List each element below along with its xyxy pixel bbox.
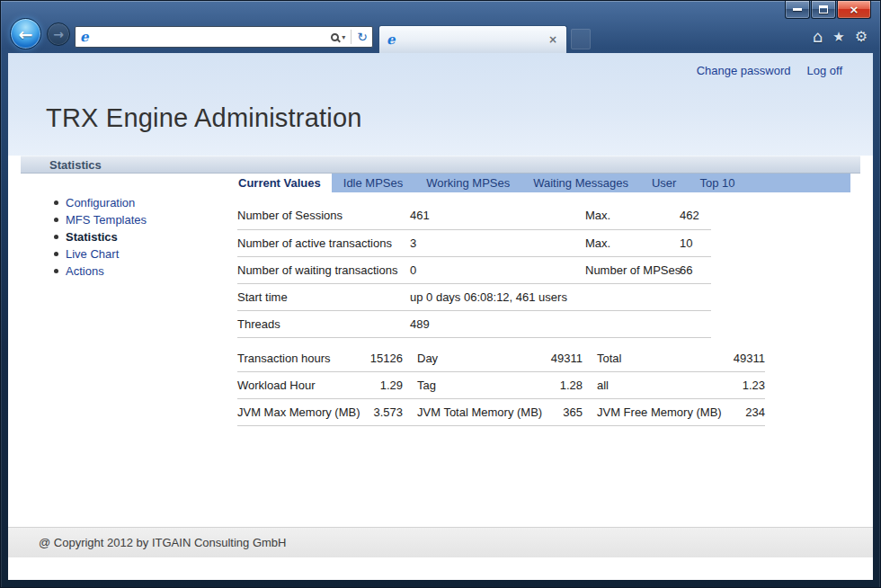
forward-arrow-icon: → (53, 27, 64, 41)
table-row: Threads 489 (237, 310, 711, 337)
stat-value: 3 (410, 229, 585, 256)
change-password-link[interactable]: Change password (697, 64, 791, 77)
main-panel: Current Values Idle MPSes Working MPSes … (227, 174, 873, 527)
stat-value: 66 (680, 256, 711, 283)
metric-value: 1.28 (547, 372, 583, 399)
tab-idle-mpses[interactable]: Idle MPSes (332, 174, 414, 192)
section-header: Statistics (21, 156, 860, 174)
copyright-text: @ Copyright 2012 by ITGAIN Consulting Gm… (39, 536, 286, 549)
stats-tabbar: Current Values Idle MPSes Working MPSes … (227, 174, 850, 192)
tab-waiting-messages[interactable]: Waiting Messages (521, 174, 640, 192)
table-row: Workload Hour 1.29 Tag 1.28 all 1.23 (237, 372, 765, 399)
tab-close-icon[interactable]: × (547, 33, 559, 46)
maximize-button[interactable] (811, 1, 836, 19)
stat-label (585, 283, 680, 310)
sidebar-item-configuration[interactable]: Configuration (53, 197, 227, 209)
metric-label: Transaction hours (237, 345, 347, 372)
tab-working-mpses[interactable]: Working MPSes (414, 174, 521, 192)
sidebar-item-label[interactable]: Actions (66, 264, 104, 278)
metric-value: 1.29 (347, 372, 403, 399)
chevron-down-icon[interactable]: ▾ (342, 33, 345, 41)
table-row: Transaction hours 15126 Day 49311 Total … (237, 345, 765, 372)
sessions-table: Number of Sessions 461 Max. 462 Number o… (237, 202, 711, 338)
new-tab-button[interactable] (571, 29, 591, 49)
content-area: Configuration MFS Templates Statistics L… (8, 174, 873, 527)
ie-page-icon: e (80, 31, 89, 44)
stat-value (680, 283, 711, 310)
sidebar-item-actions[interactable]: Actions (53, 265, 227, 277)
metric-value: 365 (547, 399, 583, 426)
table-row: Number of active transactions 3 Max. 10 (237, 229, 711, 256)
stat-label: Threads (237, 310, 410, 337)
metric-label: all (583, 372, 708, 399)
stat-label (585, 310, 680, 337)
stat-value: up 0 days 06:08:12, 461 users (410, 283, 585, 310)
search-icon[interactable] (331, 33, 339, 41)
metric-label: JVM Total Memory (MB) (403, 399, 547, 426)
close-icon: × (850, 4, 859, 15)
minimize-icon (793, 8, 802, 11)
address-input[interactable] (93, 27, 332, 47)
metric-label: JVM Free Memory (MB) (583, 399, 708, 426)
log-off-link[interactable]: Log off (806, 64, 842, 77)
sidebar-item-label[interactable]: Live Chart (66, 247, 119, 261)
address-separator (351, 30, 352, 44)
stat-value (680, 310, 711, 337)
stat-value: 489 (410, 310, 585, 337)
stat-label: Max. (585, 202, 680, 229)
stat-label: Number of Sessions (237, 202, 410, 229)
sidebar-item-label[interactable]: MFS Templates (66, 213, 147, 227)
address-bar[interactable]: e ▾ ↻ (75, 26, 373, 48)
window-controls: × (784, 1, 871, 19)
page-header: Change password Log off TRX Engine Admin… (8, 53, 873, 156)
home-icon[interactable]: ⌂ (813, 27, 823, 46)
sidebar-item-live-chart[interactable]: Live Chart (53, 248, 227, 260)
metric-value: 49311 (547, 345, 583, 372)
stat-value: 10 (680, 229, 711, 256)
forward-button[interactable]: → (47, 22, 70, 46)
stat-label: Max. (585, 229, 680, 256)
browser-toolbar-icons: ⌂ ★ ⚙ (813, 27, 868, 46)
table-row: Number of waiting transactions 0 Number … (237, 256, 711, 283)
footer: @ Copyright 2012 by ITGAIN Consulting Gm… (8, 527, 873, 557)
minimize-button[interactable] (785, 1, 810, 19)
maximize-icon (819, 5, 828, 13)
metric-value: 1.23 (708, 372, 765, 399)
browser-tab[interactable]: e × (378, 25, 567, 53)
sidebar-nav: Configuration MFS Templates Statistics L… (53, 197, 227, 277)
stat-label: Number of active transactions (237, 229, 410, 256)
table-row: Number of Sessions 461 Max. 462 (237, 202, 711, 229)
stat-value: 462 (680, 202, 711, 229)
metrics-table: Transaction hours 15126 Day 49311 Total … (237, 345, 765, 427)
sidebar-item-mfs-templates[interactable]: MFS Templates (53, 214, 227, 226)
stat-label: Start time (237, 283, 410, 310)
page-title: TRX Engine Administration (46, 103, 362, 133)
sidebar-item-label[interactable]: Configuration (66, 196, 135, 209)
account-links: Change password Log off (697, 64, 842, 77)
back-button[interactable]: ← (10, 18, 41, 49)
metric-label: Total (583, 345, 708, 372)
stat-value: 461 (410, 202, 585, 229)
tab-user[interactable]: User (640, 174, 688, 192)
close-button[interactable]: × (837, 1, 871, 19)
table-row: Start time up 0 days 06:08:12, 461 users (237, 283, 711, 310)
metric-value: 15126 (347, 345, 403, 372)
sidebar: Configuration MFS Templates Statistics L… (8, 174, 227, 527)
favorites-star-icon[interactable]: ★ (832, 29, 844, 45)
back-arrow-icon: ← (19, 24, 33, 44)
tab-top-10[interactable]: Top 10 (688, 174, 746, 192)
metric-label: Day (403, 345, 547, 372)
sidebar-item-label[interactable]: Statistics (66, 230, 118, 244)
metric-label: JVM Max Memory (MB) (237, 399, 347, 426)
stat-label: Number of waiting transactions (237, 256, 410, 283)
settings-gear-icon[interactable]: ⚙ (855, 28, 868, 45)
stat-label: Number of MPSes (585, 256, 680, 283)
metric-value: 49311 (708, 345, 765, 372)
refresh-icon[interactable]: ↻ (357, 31, 368, 43)
sidebar-item-statistics[interactable]: Statistics (53, 231, 227, 243)
browser-window: × ← → e ▾ ↻ e × ⌂ ★ ⚙ (0, 0, 881, 588)
metric-label: Workload Hour (237, 372, 347, 399)
stat-value: 0 (410, 256, 585, 283)
tab-current-values[interactable]: Current Values (227, 174, 332, 192)
address-bar-actions: ▾ ↻ (331, 30, 368, 44)
